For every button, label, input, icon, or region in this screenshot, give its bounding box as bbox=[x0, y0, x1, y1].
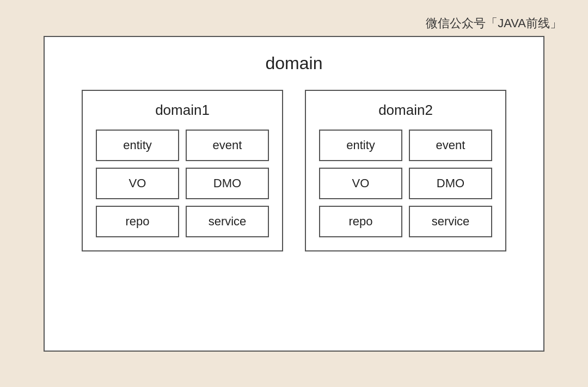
domain2-cell-event: event bbox=[409, 130, 492, 161]
domain2-cell-vo: VO bbox=[319, 168, 402, 199]
domain2-title: domain2 bbox=[378, 102, 433, 119]
domain1-cell-event: event bbox=[186, 130, 269, 161]
domain1-cell-service: service bbox=[186, 206, 269, 237]
domain1-cell-repo: repo bbox=[96, 206, 179, 237]
domain1-cell-dmo: DMO bbox=[186, 168, 269, 199]
domain1-cell-vo: VO bbox=[96, 168, 179, 199]
domain2-grid: entity event VO DMO repo service bbox=[319, 130, 492, 237]
domain2-cell-entity: entity bbox=[319, 130, 402, 161]
domain2-box: domain2 entity event VO DMO repo service bbox=[305, 90, 506, 251]
watermark-text: 微信公众号「JAVA前线」 bbox=[426, 15, 562, 32]
domain2-cell-repo: repo bbox=[319, 206, 402, 237]
domain2-cell-dmo: DMO bbox=[409, 168, 492, 199]
domain1-cell-entity: entity bbox=[96, 130, 179, 161]
outer-domain-box: domain domain1 entity event VO DMO repo … bbox=[44, 36, 544, 352]
domain2-cell-service: service bbox=[409, 206, 492, 237]
domain1-grid: entity event VO DMO repo service bbox=[96, 130, 269, 237]
domains-row: domain1 entity event VO DMO repo service… bbox=[66, 90, 522, 251]
outer-domain-title: domain bbox=[266, 53, 323, 73]
domain1-box: domain1 entity event VO DMO repo service bbox=[82, 90, 283, 251]
domain1-title: domain1 bbox=[155, 102, 210, 119]
